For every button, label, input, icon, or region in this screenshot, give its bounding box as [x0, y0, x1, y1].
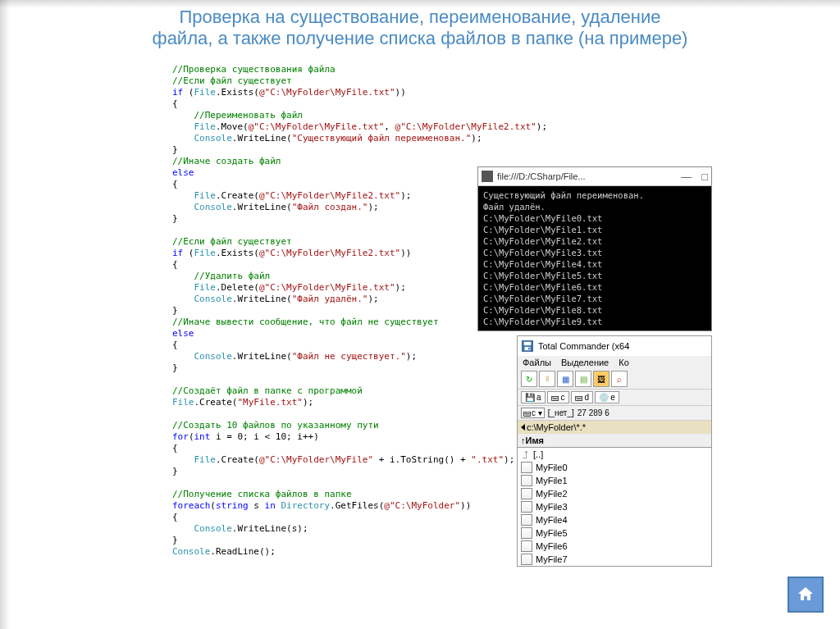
file-name: MyFile4	[536, 513, 568, 526]
tc-drive-info: 🖴c ▾ [_нет_] 27 289 6	[518, 405, 711, 421]
volume-label: [_нет_]	[548, 408, 574, 417]
console-line: C:\MyFolder\MyFile8.txt	[483, 304, 706, 316]
tc-title-text: Total Commander (x64	[538, 341, 629, 351]
console-window: file:///D:/CSharp/File... — □ Существующ…	[477, 166, 712, 331]
home-icon	[796, 585, 815, 604]
tc-file-list: ⮥ [..] MyFile0MyFile1MyFile2MyFile3MyFil…	[518, 448, 711, 566]
refresh-icon[interactable]: ↻	[521, 371, 537, 387]
console-line: C:\MyFolder\MyFile6.txt	[483, 281, 706, 293]
thumbnails-icon[interactable]: ▦	[557, 371, 573, 387]
console-line: C:\MyFolder\MyFile9.txt	[483, 316, 706, 327]
console-line: C:\MyFolder\MyFile0.txt	[483, 212, 706, 224]
tc-file-row[interactable]: MyFile5	[518, 526, 711, 540]
console-line: C:\MyFolder\MyFile2.txt	[483, 235, 706, 247]
tc-titlebar: Total Commander (x64	[518, 336, 711, 356]
free-space: 27 289 6	[578, 408, 609, 417]
tc-menu: Файлы Выделение Ко	[518, 356, 711, 369]
shadow-top	[0, 0, 840, 8]
tc-up-dir[interactable]: ⮥ [..]	[518, 448, 711, 461]
tc-file-row[interactable]: MyFile3	[518, 500, 711, 513]
menu-files[interactable]: Файлы	[523, 358, 551, 367]
file-icon	[521, 475, 532, 486]
window-controls: — □	[681, 171, 708, 183]
tc-file-row[interactable]: MyFile6	[518, 540, 711, 553]
tc-file-row[interactable]: MyFile4	[518, 513, 711, 526]
tc-drive-buttons: 💾a 🖴c 🖴d 💿e	[518, 390, 711, 405]
tc-path[interactable]: c:\MyFolder\*.*	[518, 421, 711, 434]
tree-icon[interactable]: ▤	[575, 371, 591, 387]
tc-file-row[interactable]: MyFile1	[518, 474, 711, 487]
console-line: C:\MyFolder\MyFile7.txt	[483, 293, 706, 304]
drive-d[interactable]: 🖴d	[571, 391, 594, 403]
shadow-left	[0, 0, 10, 629]
tc-toolbar: ↻ ⦀ ▦ ▤ 🖼 ⌕	[518, 369, 711, 390]
tc-file-row[interactable]: MyFile0	[518, 461, 711, 474]
total-commander-window: Total Commander (x64 Файлы Выделение Ко …	[517, 335, 712, 567]
console-line: C:\MyFolder\MyFile5.txt	[483, 270, 706, 281]
drive-e[interactable]: 💿e	[595, 391, 619, 403]
file-name: MyFile6	[536, 540, 568, 553]
file-icon	[521, 514, 532, 526]
maximize-icon[interactable]: □	[701, 171, 708, 183]
app-icon	[482, 171, 493, 182]
drive-c[interactable]: 🖴c	[547, 391, 569, 403]
file-name: MyFile2	[536, 487, 568, 500]
file-icon	[521, 554, 532, 565]
file-icon	[521, 488, 532, 499]
home-button[interactable]	[788, 577, 824, 613]
save-icon	[522, 340, 533, 352]
console-line: C:\MyFolder\MyFile1.txt	[483, 224, 706, 235]
picture-icon[interactable]: 🖼	[593, 371, 609, 387]
menu-selection[interactable]: Выделение	[561, 358, 609, 367]
console-line: C:\MyFolder\MyFile3.txt	[483, 247, 706, 258]
minimize-icon[interactable]: —	[681, 171, 692, 183]
file-icon	[521, 527, 532, 539]
file-icon	[521, 501, 532, 513]
file-icon	[521, 462, 532, 473]
file-name: MyFile0	[536, 461, 568, 474]
svg-rect-1	[524, 342, 532, 345]
tc-column-header[interactable]: ↑Имя	[518, 434, 711, 448]
drive-a[interactable]: 💾a	[521, 391, 546, 403]
console-output: Существующий файл переименован.Файл удал…	[478, 186, 711, 330]
tc-file-row[interactable]: MyFile2	[518, 487, 711, 500]
tc-file-row[interactable]: MyFile7	[518, 553, 711, 566]
path-arrow-icon	[521, 424, 525, 431]
slide: Проверка на существование, переименовани…	[0, 0, 840, 629]
menu-more[interactable]: Ко	[619, 358, 629, 367]
title-line-2: файла, а также получение списка файлов в…	[153, 28, 688, 48]
console-line: Существующий файл переименован.	[483, 189, 706, 201]
console-titlebar: file:///D:/CSharp/File... — □	[478, 167, 711, 186]
svg-rect-3	[528, 348, 530, 350]
file-name: MyFile7	[536, 553, 568, 566]
file-name: MyFile3	[536, 500, 568, 513]
console-title-text: file:///D:/CSharp/File...	[497, 171, 586, 181]
updir-icon: ⮥	[521, 448, 530, 461]
console-line: Файл удалён.	[483, 201, 706, 212]
file-icon	[521, 540, 532, 552]
path-text: c:\MyFolder\*.*	[527, 422, 586, 432]
find-icon[interactable]: ⌕	[611, 371, 628, 387]
columns-icon[interactable]: ⦀	[539, 371, 555, 387]
file-name: MyFile1	[536, 474, 568, 487]
file-name: MyFile5	[536, 526, 568, 540]
console-line: C:\MyFolder\MyFile4.txt	[483, 258, 706, 270]
drive-selector[interactable]: 🖴c ▾	[521, 408, 545, 418]
title-line-1: Проверка на существование, переименовани…	[180, 7, 661, 27]
